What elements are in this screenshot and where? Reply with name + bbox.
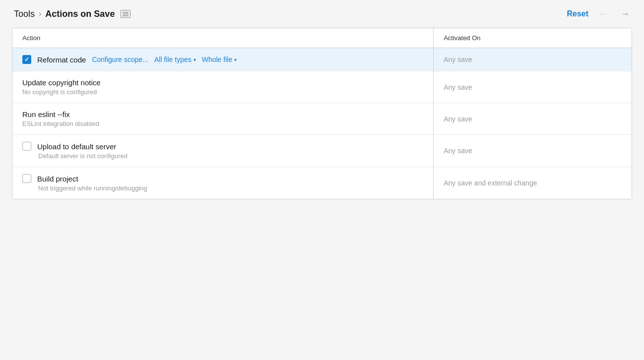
table-row: Reformat codeConfigure scope...All file … bbox=[12, 48, 632, 71]
table-row: Build projectNot triggered while running… bbox=[12, 167, 632, 199]
checkbox-reformat-code[interactable] bbox=[22, 55, 31, 64]
action-sublabel: Not triggered while running/debugging bbox=[38, 184, 423, 192]
activated-on-cell: Any save bbox=[434, 71, 632, 103]
breadcrumb: Tools › Actions on Save bbox=[14, 9, 130, 19]
configure-scope-link[interactable]: Configure scope... bbox=[92, 56, 148, 63]
action-label: Run eslint --fix bbox=[22, 110, 423, 119]
breadcrumb-root[interactable]: Tools bbox=[14, 9, 35, 19]
file-types-dropdown[interactable]: All file types ▾ bbox=[154, 56, 196, 63]
table-row: Run eslint --fixESLint integration disab… bbox=[12, 103, 632, 135]
forward-button[interactable]: → bbox=[618, 7, 632, 21]
action-label: Build project bbox=[37, 175, 78, 183]
settings-icon bbox=[121, 10, 130, 18]
table-row: Update copyright noticeNo copyright is c… bbox=[12, 71, 632, 103]
svg-rect-2 bbox=[123, 15, 129, 16]
breadcrumb-separator: › bbox=[39, 9, 41, 18]
activated-on-cell: Any save bbox=[434, 135, 632, 167]
action-label: Upload to default server bbox=[37, 142, 116, 151]
column-action-header: Action bbox=[12, 28, 434, 48]
activated-on-cell: Any save and external change bbox=[434, 167, 632, 199]
column-activated-header: Activated On bbox=[434, 28, 632, 48]
header-actions: Reset ← → bbox=[567, 7, 632, 21]
whole-file-dropdown[interactable]: Whole file ▾ bbox=[202, 56, 237, 63]
actions-table: Action Activated On Reformat codeConfigu… bbox=[12, 28, 632, 199]
svg-rect-1 bbox=[123, 14, 129, 15]
breadcrumb-current: Actions on Save bbox=[45, 9, 115, 19]
action-label: Reformat code bbox=[37, 56, 86, 64]
action-sublabel: ESLint integration disabled bbox=[22, 120, 423, 127]
action-label: Update copyright notice bbox=[22, 78, 423, 87]
checkbox-build-project[interactable] bbox=[22, 174, 31, 183]
activated-on-cell: Any save bbox=[434, 103, 632, 135]
header: Tools › Actions on Save Reset ← → bbox=[0, 0, 644, 28]
checkbox-upload-server[interactable] bbox=[22, 142, 31, 151]
action-sublabel: No copyright is configured bbox=[22, 88, 423, 96]
back-button[interactable]: ← bbox=[596, 7, 610, 21]
svg-rect-0 bbox=[123, 12, 129, 13]
table-row: Upload to default serverDefault server i… bbox=[12, 135, 632, 167]
reset-button[interactable]: Reset bbox=[567, 9, 588, 18]
action-sublabel: Default server is not configured bbox=[38, 152, 423, 160]
activated-on-cell: Any save bbox=[434, 48, 632, 71]
